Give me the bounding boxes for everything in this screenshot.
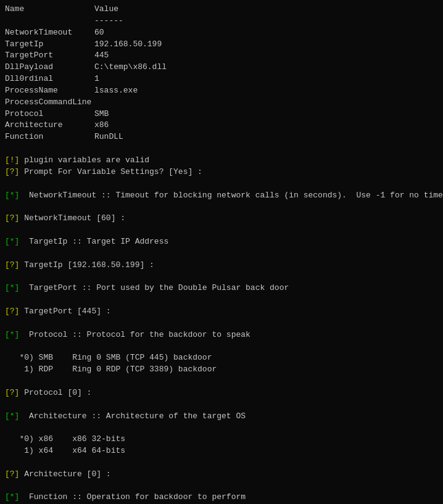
blank-line [5,248,438,260]
blank-line [5,318,438,329]
blank-line [5,178,438,190]
table-row: Dll0rdinal1 [5,73,438,85]
targetip-desc: [*] TargetIp :: Target IP Address [5,236,438,248]
targetport-desc: [*] TargetPort :: Port used by the Doubl… [5,283,438,294]
table-row: TargetPort445 [5,50,438,62]
table-row: Architecturex86 [5,120,438,131]
blank-line [5,399,438,411]
protocol-option-rdp: 1) RDP Ring 0 RDP (TCP 3389) backdoor [5,364,438,376]
protocol-prompt: [?] Protocol [0] : [5,387,438,399]
targetport-prompt: [?] TargetPort [445] : [5,306,438,318]
function-desc: [*] Function :: Operation for backdoor t… [5,492,438,503]
blank-line [5,457,438,469]
protocol-option-smb: *0) SMB Ring 0 SMB (TCP 445) backdoor [5,352,438,364]
blank-line [5,481,438,492]
table-row: ProtocolSMB [5,109,438,120]
plugin-valid-msg: [!] plugin variables are valid [5,155,438,167]
arch-option-x86: *0) x86 x86 32-bits [5,434,438,445]
table-row: DllPayloadC:\temp\x86.dll [5,62,438,73]
architecture-desc: [*] Architecture :: Architecture of the … [5,411,438,423]
blank-line [5,376,438,387]
blank-line [5,143,438,155]
table-row: TargetIp192.168.50.199 [5,39,438,51]
architecture-prompt: [?] Architecture [0] : [5,469,438,481]
terminal: NameValue ------ NetworkTimeout60 Target… [5,4,438,504]
table-row: FunctionRunDLL [5,131,438,143]
blank-line [5,294,438,306]
table-separator: ------ [5,15,438,27]
table-row: ProcessNamelsass.exe [5,85,438,97]
blank-line [5,271,438,283]
prompt-settings-msg: [?] Prompt For Variable Settings? [Yes] … [5,167,438,178]
table-row: NetworkTimeout60 [5,27,438,39]
blank-line [5,422,438,434]
networktimeout-prompt: [?] NetworkTimeout [60] : [5,213,438,225]
networktimeout-desc: [*] NetworkTimeout :: Timeout for blocki… [5,190,438,202]
protocol-desc: [*] Protocol :: Protocol for the backdoo… [5,329,438,341]
targetip-prompt: [?] TargetIp [192.168.50.199] : [5,260,438,271]
blank-line [5,225,438,236]
table-row: ProcessCommandLine [5,97,438,109]
arch-option-x64: 1) x64 x64 64-bits [5,445,438,457]
blank-line [5,341,438,352]
table-header: NameValue [5,4,438,15]
blank-line [5,201,438,213]
